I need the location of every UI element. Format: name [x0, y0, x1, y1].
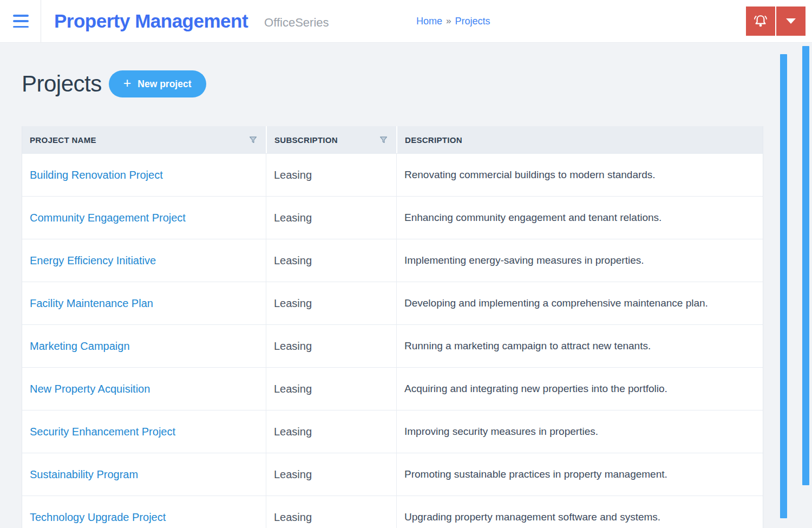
brand: Property Management OfficeSeries — [54, 0, 329, 42]
header-divider — [41, 0, 41, 42]
project-link[interactable]: Security Enhancement Project — [30, 426, 175, 438]
subscription-cell: Leasing — [266, 239, 396, 282]
description-cell: Improving security measures in propertie… — [396, 410, 763, 453]
project-link[interactable]: Building Renovation Project — [30, 169, 163, 181]
description-cell: Enhancing community engagement and tenan… — [396, 197, 763, 239]
page-title: Projects — [22, 71, 102, 97]
table-header-row: PROJECT NAME SUBSCRIPTION DESCRIPTION — [22, 126, 763, 153]
project-link[interactable]: Sustainability Program — [30, 468, 138, 481]
chevron-down-icon — [786, 18, 796, 24]
breadcrumb-separator: » — [446, 16, 451, 27]
subscription-cell: Leasing — [266, 197, 396, 239]
project-link[interactable]: Community Engagement Project — [30, 212, 186, 224]
hamburger-icon — [13, 26, 29, 28]
breadcrumb-current-link[interactable]: Projects — [455, 16, 490, 27]
description-cell: Upgrading property management software a… — [396, 496, 763, 528]
filter-funnel-icon — [248, 135, 258, 145]
description-cell: Implementing energy-saving measures in p… — [396, 239, 763, 282]
filter-project-name-button[interactable] — [248, 135, 258, 145]
description-cell: Developing and implementing a comprehens… — [396, 282, 763, 324]
table-row: Facility Maintenance Plan Leasing Develo… — [22, 282, 763, 324]
description-cell: Acquiring and integrating new properties… — [396, 368, 763, 410]
table-row: New Property Acquisition Leasing Acquiri… — [22, 367, 763, 410]
column-header-label: SUBSCRIPTION — [274, 135, 338, 145]
account-dropdown-button[interactable] — [776, 6, 806, 36]
subscription-cell: Leasing — [266, 282, 396, 324]
filter-funnel-icon — [378, 135, 389, 145]
project-link[interactable]: Technology Upgrade Project — [30, 511, 166, 524]
project-link[interactable]: Marketing Campaign — [30, 340, 130, 353]
table-row: Sustainability Program Leasing Promoting… — [22, 453, 763, 496]
page-scrollbar[interactable] — [802, 46, 809, 485]
breadcrumb: Home » Projects — [416, 0, 490, 42]
app-subtitle: OfficeSeries — [264, 12, 329, 30]
app-title: Property Management — [54, 10, 248, 32]
projects-page: Property Management OfficeSeries Home » … — [0, 0, 812, 528]
filter-subscription-button[interactable] — [378, 135, 389, 145]
table-row: Energy Efficiency Initiative Leasing Imp… — [22, 239, 763, 282]
column-header-project-name: PROJECT NAME — [22, 126, 266, 153]
header-actions — [746, 6, 806, 36]
column-header-label: PROJECT NAME — [30, 135, 96, 145]
column-header-label: DESCRIPTION — [405, 135, 462, 145]
hamburger-menu-button[interactable] — [13, 15, 29, 28]
project-link[interactable]: New Property Acquisition — [30, 383, 150, 395]
subscription-cell: Leasing — [266, 453, 396, 496]
content-scrollbar[interactable] — [780, 54, 787, 518]
table-row: Marketing Campaign Leasing Running a mar… — [22, 324, 763, 367]
project-link[interactable]: Facility Maintenance Plan — [30, 297, 153, 310]
table-row: Technology Upgrade Project Leasing Upgra… — [22, 496, 763, 528]
subscription-cell: Leasing — [266, 325, 396, 367]
description-cell: Promoting sustainable practices in prope… — [396, 453, 763, 496]
subscription-cell: Leasing — [266, 496, 396, 528]
projects-table: PROJECT NAME SUBSCRIPTION DESCRIPTION — [22, 126, 763, 528]
notifications-button[interactable] — [746, 6, 775, 36]
column-header-description: DESCRIPTION — [396, 126, 763, 153]
description-cell: Running a marketing campaign to attract … — [396, 325, 763, 367]
table-row: Security Enhancement Project Leasing Imp… — [22, 410, 763, 453]
subscription-cell: Leasing — [266, 410, 396, 453]
subscription-cell: Leasing — [266, 368, 396, 410]
table-row: Building Renovation Project Leasing Reno… — [22, 153, 763, 196]
project-link[interactable]: Energy Efficiency Initiative — [30, 255, 156, 267]
breadcrumb-home-link[interactable]: Home — [416, 16, 442, 27]
description-cell: Renovating commercial buildings to moder… — [396, 154, 763, 196]
page-head: Projects + New project — [22, 70, 206, 97]
column-header-subscription: SUBSCRIPTION — [266, 126, 396, 153]
top-bar: Property Management OfficeSeries Home » … — [0, 0, 812, 43]
subscription-cell: Leasing — [266, 154, 396, 196]
new-project-button[interactable]: + New project — [109, 70, 206, 97]
new-project-label: New project — [137, 79, 191, 90]
bell-icon — [752, 13, 769, 29]
hamburger-icon — [13, 20, 29, 22]
table-row: Community Engagement Project Leasing Enh… — [22, 196, 763, 239]
plus-icon: + — [123, 76, 132, 92]
hamburger-icon — [13, 15, 29, 17]
